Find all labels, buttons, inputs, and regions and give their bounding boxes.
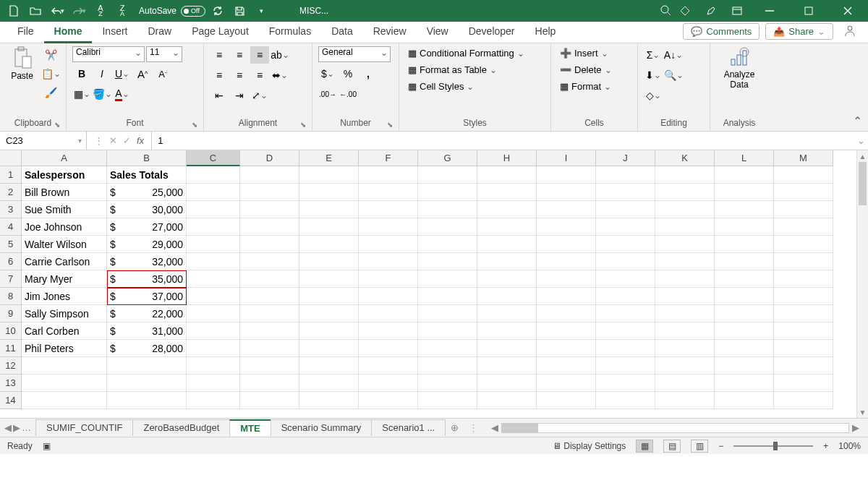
new-file-icon[interactable] xyxy=(4,1,23,20)
tab-developer[interactable]: Developer xyxy=(459,22,525,43)
refresh-icon[interactable] xyxy=(208,1,227,20)
cell-H5[interactable] xyxy=(477,236,537,253)
cell-B13[interactable] xyxy=(107,374,187,392)
cell-I12[interactable] xyxy=(537,357,596,374)
cell-B2[interactable]: $25,000 xyxy=(107,184,187,201)
redo-icon[interactable]: ▾ xyxy=(69,1,88,20)
new-sheet-button[interactable]: ⊕ xyxy=(445,422,464,433)
maximize-button[interactable] xyxy=(793,0,825,22)
cell-D3[interactable] xyxy=(240,201,299,218)
cell-J8[interactable] xyxy=(596,288,655,305)
cell-F13[interactable] xyxy=(359,374,418,392)
cell-B10[interactable]: $31,000 xyxy=(107,322,187,340)
cell-H9[interactable] xyxy=(477,305,537,322)
sheet-tab-sumif-countif[interactable]: SUMIF_COUNTIF xyxy=(35,419,133,436)
cell-L10[interactable] xyxy=(715,322,774,340)
autosave-toggle[interactable]: AutoSave Off xyxy=(139,6,205,17)
qat-customize-icon[interactable]: ▾ xyxy=(252,1,271,20)
cell-E4[interactable] xyxy=(299,218,359,236)
formula-x-icon[interactable]: ✕ xyxy=(109,135,117,146)
cell-M4[interactable] xyxy=(774,218,833,236)
cell-B4[interactable]: $27,000 xyxy=(107,218,187,236)
align-middle-icon[interactable]: ≡ xyxy=(230,46,249,64)
cell-A6[interactable]: Carrie Carlson xyxy=(22,253,107,270)
format-button[interactable]: ▦ Format xyxy=(557,80,614,93)
cell-H12[interactable] xyxy=(477,357,537,374)
cell-A10[interactable]: Carl Corben xyxy=(22,322,107,340)
row-header-13[interactable]: 13 xyxy=(0,374,22,392)
cell-K5[interactable] xyxy=(655,236,715,253)
font-launcher[interactable]: ⬊ xyxy=(192,121,197,129)
cell-B9[interactable]: $22,000 xyxy=(107,305,187,322)
zoom-in-icon[interactable]: + xyxy=(823,441,828,451)
sheet-nav-next-icon[interactable]: ▶ xyxy=(13,422,20,433)
cell-G9[interactable] xyxy=(418,305,477,322)
cell-G8[interactable] xyxy=(418,288,477,305)
sheet-tab-zerobasedbudget[interactable]: ZeroBasedBudget xyxy=(132,419,230,436)
cell-D14[interactable] xyxy=(240,392,299,409)
cell-G7[interactable] xyxy=(418,270,477,288)
borders-icon[interactable]: ▦ xyxy=(72,85,91,103)
cell-H2[interactable] xyxy=(477,184,537,201)
cell-H3[interactable] xyxy=(477,201,537,218)
cell-K1[interactable] xyxy=(655,166,715,184)
undo-icon[interactable]: ▾ xyxy=(48,1,67,20)
name-box[interactable]: C23 xyxy=(0,132,87,150)
cell-styles-button[interactable]: ▦ Cell Styles xyxy=(405,80,477,93)
cell-K10[interactable] xyxy=(655,322,715,340)
cell-I2[interactable] xyxy=(537,184,596,201)
cell-B12[interactable] xyxy=(107,357,187,374)
cell-K12[interactable] xyxy=(655,357,715,374)
tab-page-layout[interactable]: Page Layout xyxy=(182,22,259,43)
row-header-5[interactable]: 5 xyxy=(0,236,22,253)
cell-M8[interactable] xyxy=(774,288,833,305)
diamond-icon[interactable] xyxy=(676,1,694,20)
cell-E13[interactable] xyxy=(299,374,359,392)
cell-I14[interactable] xyxy=(537,392,596,409)
cell-M3[interactable] xyxy=(774,201,833,218)
alignment-launcher[interactable]: ⬊ xyxy=(300,121,306,129)
cell-C5[interactable] xyxy=(187,236,240,253)
find-icon[interactable]: 🔍 xyxy=(664,67,683,84)
pen-icon[interactable] xyxy=(702,1,720,20)
cell-J6[interactable] xyxy=(596,253,655,270)
cell-M14[interactable] xyxy=(774,392,833,409)
cell-B7[interactable]: $35,000 xyxy=(107,270,187,288)
cell-L4[interactable] xyxy=(715,218,774,236)
underline-button[interactable]: U xyxy=(113,65,132,82)
cell-F5[interactable] xyxy=(359,236,418,253)
comma-format-icon[interactable]: , xyxy=(359,65,378,82)
decrease-font-icon[interactable]: Aˇ xyxy=(153,65,172,82)
row-header-10[interactable]: 10 xyxy=(0,322,22,340)
cell-I4[interactable] xyxy=(537,218,596,236)
cell-J4[interactable] xyxy=(596,218,655,236)
cells-area[interactable]: SalespersonSales TotalsBill Brown$25,000… xyxy=(22,166,856,418)
sheet-tab-scenario-summary[interactable]: Scenario Summary xyxy=(271,419,373,436)
cell-B5[interactable]: $29,000 xyxy=(107,236,187,253)
page-layout-view-icon[interactable]: ▤ xyxy=(663,440,681,453)
tab-draw[interactable]: Draw xyxy=(137,22,182,43)
cell-D13[interactable] xyxy=(240,374,299,392)
number-format-select[interactable]: General xyxy=(318,46,391,62)
cell-L11[interactable] xyxy=(715,340,774,357)
cell-M10[interactable] xyxy=(774,322,833,340)
tab-insert[interactable]: Insert xyxy=(92,22,137,43)
column-header-H[interactable]: H xyxy=(477,150,537,166)
cell-H7[interactable] xyxy=(477,270,537,288)
cell-L13[interactable] xyxy=(715,374,774,392)
cell-A2[interactable]: Bill Brown xyxy=(22,184,107,201)
cell-G6[interactable] xyxy=(418,253,477,270)
display-settings-button[interactable]: 🖥 Display Settings xyxy=(553,441,626,451)
cell-K9[interactable] xyxy=(655,305,715,322)
column-header-C[interactable]: C xyxy=(187,150,240,166)
cell-A13[interactable] xyxy=(22,374,107,392)
cell-G14[interactable] xyxy=(418,392,477,409)
cell-M9[interactable] xyxy=(774,305,833,322)
cell-L7[interactable] xyxy=(715,270,774,288)
autosum-icon[interactable]: Σ xyxy=(644,46,663,64)
open-file-icon[interactable] xyxy=(26,1,45,20)
cell-B1[interactable]: Sales Totals xyxy=(107,166,187,184)
cell-E10[interactable] xyxy=(299,322,359,340)
cell-D6[interactable] xyxy=(240,253,299,270)
row-header-8[interactable]: 8 xyxy=(0,288,22,305)
